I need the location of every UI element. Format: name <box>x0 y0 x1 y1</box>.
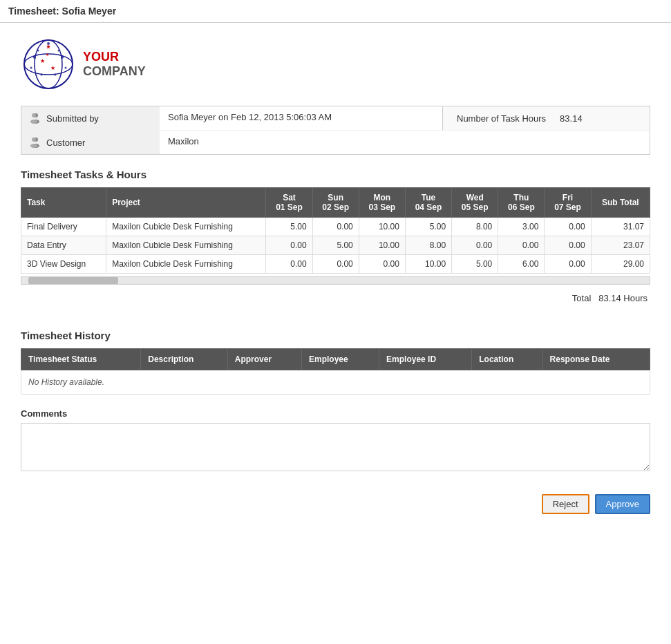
task-sun: 0.00 <box>312 218 359 236</box>
col-employee: Employee <box>301 349 379 370</box>
col-sat: Sat 01 Sep <box>266 188 312 218</box>
logo-area: ★ ★ ★ YOUR COMPANY <box>21 37 650 92</box>
customers-icon <box>30 136 42 149</box>
col-mon: Mon 03 Sep <box>359 188 405 218</box>
scrollbar-thumb[interactable] <box>28 277 118 284</box>
task-sat: 0.00 <box>266 236 312 255</box>
svg-point-4 <box>33 56 36 59</box>
customer-label: Customer <box>21 131 160 154</box>
col-task: Task <box>21 188 106 218</box>
svg-text:★: ★ <box>50 65 55 71</box>
svg-point-9 <box>30 67 32 69</box>
task-thu: 6.00 <box>498 255 545 274</box>
history-header-row: Timesheet Status Description Approver Em… <box>21 349 650 370</box>
history-table: Timesheet Status Description Approver Em… <box>21 348 650 395</box>
task-tue: 8.00 <box>405 236 451 255</box>
col-project: Project <box>106 188 266 218</box>
no-history-row: No History available. <box>21 370 650 395</box>
task-mon: 0.00 <box>359 255 405 274</box>
task-fri: 0.00 <box>545 255 591 274</box>
svg-text:★: ★ <box>40 58 45 64</box>
svg-point-19 <box>30 120 37 124</box>
col-sub-total: Sub Total <box>591 188 650 218</box>
col-approver: Approver <box>227 349 301 370</box>
task-sun: 5.00 <box>312 236 359 255</box>
task-row: Final Delivery Maxilon Cubicle Desk Furn… <box>21 218 650 236</box>
task-sun: 0.00 <box>312 255 359 274</box>
task-hours-value: 83.14 <box>560 113 583 124</box>
task-hours-label: Number of Task Hours <box>457 113 546 124</box>
submitted-by-value: Sofia Meyer on Feb 12, 2013 5:06:03 AM <box>160 106 442 130</box>
tasks-section-title: Timesheet Tasks & Hours <box>21 169 650 180</box>
total-label: Total <box>572 293 591 303</box>
person-icon <box>30 112 42 124</box>
task-project: Maxilon Cubicle Desk Furnishing <box>106 218 266 236</box>
task-subtotal: 31.07 <box>591 218 650 236</box>
col-response-date: Response Date <box>542 349 650 370</box>
svg-point-5 <box>37 50 39 52</box>
svg-point-18 <box>32 113 36 117</box>
task-sat: 5.00 <box>266 218 312 236</box>
col-thu: Thu 06 Sep <box>498 188 545 218</box>
svg-point-7 <box>58 50 60 52</box>
col-location: Location <box>472 349 542 370</box>
task-wed: 0.00 <box>452 236 498 255</box>
action-buttons: Reject Approve <box>21 487 650 514</box>
page-title: Timesheet: Sofia Meyer <box>0 0 671 23</box>
task-thu: 3.00 <box>498 218 545 236</box>
task-subtotal: 23.07 <box>591 236 650 255</box>
task-project: Maxilon Cubicle Desk Furnishing <box>106 255 266 274</box>
tasks-table: Task Project Sat 01 Sep Sun 02 Sep Mon 0… <box>21 187 650 274</box>
task-wed: 5.00 <box>452 255 498 274</box>
svg-text:★: ★ <box>46 53 49 57</box>
task-name: Final Delivery <box>21 218 106 236</box>
company-name: YOUR COMPANY <box>83 50 146 79</box>
history-section-title: Timesheet History <box>21 330 650 341</box>
comments-label: Comments <box>21 408 650 419</box>
task-mon: 10.00 <box>359 218 405 236</box>
col-description: Description <box>141 349 227 370</box>
submitted-by-label: Submitted by <box>21 106 160 130</box>
col-fri: Fri 07 Sep <box>545 188 591 218</box>
task-fri: 0.00 <box>545 236 591 255</box>
reject-button[interactable]: Reject <box>542 494 589 514</box>
task-hours-container: Number of Task Hours 83.14 <box>442 106 650 130</box>
task-name: 3D View Design <box>21 255 106 274</box>
company-logo: ★ ★ ★ <box>21 37 76 92</box>
svg-point-8 <box>47 42 50 45</box>
task-fri: 0.00 <box>545 218 591 236</box>
tasks-section: Timesheet Tasks & Hours Task Project Sat… <box>21 169 650 309</box>
task-sat: 0.00 <box>266 255 312 274</box>
customer-row: Customer Maxilon <box>21 131 650 154</box>
task-name: Data Entry <box>21 236 106 255</box>
task-tue: 10.00 <box>405 255 451 274</box>
task-row: 3D View Design Maxilon Cubicle Desk Furn… <box>21 255 650 274</box>
col-status: Timesheet Status <box>21 349 141 370</box>
task-row: Data Entry Maxilon Cubicle Desk Furnishi… <box>21 236 650 255</box>
tasks-header-row: Task Project Sat 01 Sep Sun 02 Sep Mon 0… <box>21 188 650 218</box>
total-value: 83.14 Hours <box>598 293 648 303</box>
customer-value: Maxilon <box>160 131 650 154</box>
svg-point-2 <box>24 54 73 75</box>
col-tue: Tue 04 Sep <box>405 188 451 218</box>
approve-button[interactable]: Approve <box>595 494 650 514</box>
info-section: Submitted by Sofia Meyer on Feb 12, 2013… <box>21 106 650 155</box>
task-mon: 10.00 <box>359 236 405 255</box>
svg-point-23 <box>30 144 37 148</box>
svg-point-6 <box>61 56 64 59</box>
col-wed: Wed 05 Sep <box>452 188 498 218</box>
total-row: Total 83.14 Hours <box>21 287 650 309</box>
task-thu: 0.00 <box>498 236 545 255</box>
task-subtotal: 29.00 <box>591 255 650 274</box>
horizontal-scrollbar[interactable] <box>21 276 650 285</box>
col-sun: Sun 02 Sep <box>312 188 359 218</box>
svg-point-11 <box>41 74 43 76</box>
comments-input[interactable] <box>21 423 650 471</box>
task-tue: 5.00 <box>405 218 451 236</box>
svg-point-22 <box>32 138 36 142</box>
svg-point-12 <box>55 74 57 76</box>
no-history-cell: No History available. <box>21 370 650 395</box>
task-project: Maxilon Cubicle Desk Furnishing <box>106 236 266 255</box>
svg-point-10 <box>65 67 67 69</box>
submitted-by-row: Submitted by Sofia Meyer on Feb 12, 2013… <box>21 106 650 131</box>
